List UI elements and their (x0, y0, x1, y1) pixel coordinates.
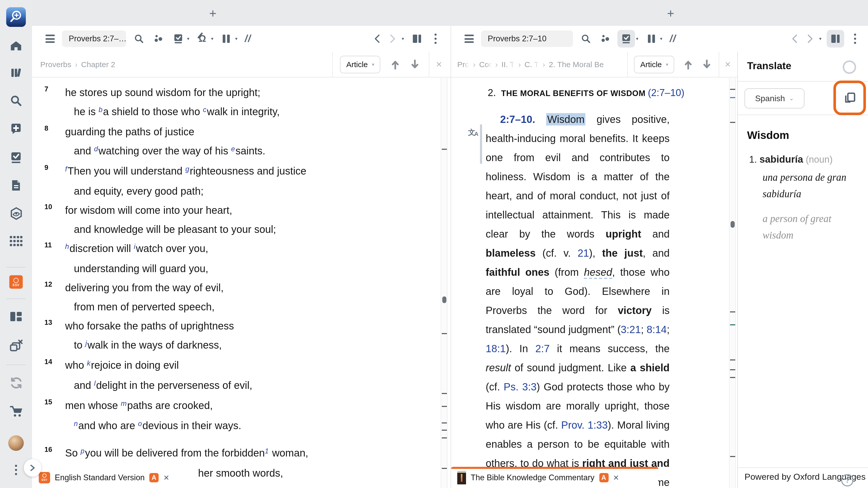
tab-bible-knowledge-commentary[interactable]: The Bible Knowledge Commentary A ✕ (451, 467, 658, 488)
footnote-marker[interactable]: k (87, 359, 91, 367)
back-icon[interactable] (787, 30, 803, 47)
next-article-icon[interactable] (407, 56, 423, 72)
esv-resource-icon[interactable]: ESV (0, 275, 32, 289)
layouts-icon[interactable] (0, 311, 32, 323)
scrollbar-thumb[interactable] (442, 296, 446, 303)
footnote-marker[interactable]: i (134, 243, 135, 251)
breadcrumb-item[interactable]: Pro (457, 60, 469, 69)
close-tab-icon[interactable]: ✕ (163, 473, 169, 482)
footnote-marker[interactable]: j (86, 339, 87, 347)
breadcrumb[interactable]: Pro›Cor›II. T›C. T›2. The Moral Be (457, 60, 627, 69)
cart-icon[interactable] (0, 405, 32, 418)
tab-english-standard-version[interactable]: ESV English Standard Version A ✕ (33, 467, 198, 488)
home-icon[interactable] (0, 39, 32, 53)
close-all-panels-icon[interactable] (0, 339, 32, 353)
apps-grid-icon[interactable] (0, 235, 32, 247)
panel-menu-icon[interactable] (42, 30, 58, 47)
passage-guide-icon[interactable] (0, 151, 32, 164)
footnote-marker[interactable]: b (99, 106, 102, 113)
reference-link[interactable]: Ps. 3:3 (504, 381, 536, 392)
reference-link[interactable]: 21 (578, 247, 589, 259)
library-icon[interactable] (0, 66, 32, 79)
reference-link[interactable]: (2:7–10) (648, 87, 685, 98)
search-icon[interactable] (131, 30, 147, 47)
history-caret-icon[interactable]: ▾ (819, 36, 822, 41)
visual-filters-caret-icon[interactable]: ▾ (187, 36, 189, 41)
breadcrumb-item[interactable]: 2. The Moral Be (549, 60, 604, 69)
visual-filters-caret-icon[interactable]: ▾ (636, 36, 638, 41)
close-tab-icon[interactable]: ✕ (613, 473, 619, 482)
footnote-marker[interactable]: o (138, 420, 142, 428)
footnote-marker[interactable]: e (231, 145, 235, 153)
translate-margin-icon[interactable]: 文A (468, 128, 479, 137)
breadcrumb-item[interactable]: Chapter 2 (81, 60, 115, 69)
parallel-resources-icon[interactable]: // (245, 33, 251, 44)
bible-scrollbar[interactable] (441, 78, 447, 488)
forward-icon[interactable] (803, 30, 818, 47)
footnote-marker[interactable]: h (65, 243, 69, 251)
footnote-marker[interactable]: p (81, 447, 85, 455)
language-dropdown[interactable]: Spanish⌄ (745, 88, 804, 108)
expand-sidebar-button[interactable] (24, 459, 41, 477)
scrollbar-thumb[interactable] (731, 221, 735, 228)
visual-filters-icon[interactable] (170, 30, 186, 47)
columns-caret-icon[interactable]: ▾ (660, 36, 662, 41)
selected-word[interactable]: Wisdom (546, 113, 585, 126)
morphology-filter-icon[interactable]: Ω (194, 30, 210, 47)
breadcrumb-item[interactable]: II. T (501, 60, 515, 69)
next-article-icon[interactable] (699, 56, 715, 72)
reference-box[interactable]: Proverbs 2:7–… (62, 30, 126, 47)
panel-layout-icon[interactable] (409, 30, 425, 47)
forward-icon[interactable] (385, 30, 401, 47)
search-icon[interactable] (578, 30, 594, 47)
panel-more-options-icon[interactable] (847, 30, 863, 47)
columns-icon[interactable] (219, 30, 234, 47)
new-tab-button[interactable]: + (667, 6, 674, 21)
reference-link[interactable]: 3:21 (621, 324, 641, 335)
morphology-caret-icon[interactable]: ▾ (211, 36, 213, 41)
reference-link[interactable]: 18:1 (486, 343, 506, 354)
footnote-marker[interactable]: n (74, 420, 78, 428)
reference-box[interactable]: Proverbs 2:7–10 (481, 30, 573, 47)
article-dropdown[interactable]: Article▾ (340, 56, 380, 73)
previous-article-icon[interactable] (681, 56, 696, 72)
close-locator-icon[interactable]: ✕ (436, 60, 442, 69)
community-icon[interactable] (151, 30, 166, 47)
columns-icon[interactable] (644, 30, 659, 47)
factbook-icon[interactable] (0, 206, 32, 221)
panel-menu-icon[interactable] (461, 30, 477, 47)
panel-more-options-icon[interactable] (428, 30, 443, 47)
footnote-marker[interactable]: g (185, 165, 189, 173)
parallel-resources-icon[interactable]: // (670, 33, 676, 44)
panel-layout-icon-active[interactable] (827, 30, 844, 47)
community-icon[interactable] (598, 30, 613, 47)
reference-link[interactable]: Prov. 1:33 (561, 419, 608, 431)
footnote-marker[interactable]: d (94, 145, 98, 153)
visual-filters-icon-active[interactable] (617, 30, 635, 47)
breadcrumb-item[interactable]: C. T (524, 60, 539, 69)
footnote-marker[interactable]: m (121, 400, 127, 408)
user-avatar[interactable] (0, 435, 32, 451)
logos-app-logo-icon[interactable] (0, 7, 32, 27)
footnote-marker[interactable]: l (94, 380, 96, 387)
previous-article-icon[interactable] (388, 56, 403, 72)
search-icon[interactable] (0, 94, 32, 107)
breadcrumb[interactable]: Proverbs›Chapter 2 (40, 60, 332, 69)
reference-link[interactable]: 8:14 (647, 324, 667, 335)
copy-button-highlight-ring[interactable] (833, 80, 866, 115)
help-icon[interactable]: ? (841, 474, 854, 486)
sync-icon[interactable] (0, 376, 32, 390)
back-icon[interactable] (370, 30, 385, 47)
footnote-marker[interactable]: f (65, 165, 67, 173)
bible-study-icon[interactable] (0, 122, 32, 135)
columns-caret-icon[interactable]: ▾ (235, 36, 238, 41)
documents-icon[interactable] (0, 179, 32, 192)
breadcrumb-item[interactable]: Proverbs (40, 60, 71, 69)
article-dropdown[interactable]: Article▾ (634, 56, 674, 73)
footnote-marker[interactable]: 1 (265, 447, 269, 455)
new-tab-button[interactable]: + (209, 6, 216, 21)
history-caret-icon[interactable]: ▾ (402, 36, 404, 41)
reference-link[interactable]: 2:7–10. (500, 113, 546, 125)
commentary-scrollbar[interactable] (729, 78, 736, 488)
close-locator-icon[interactable]: ✕ (724, 60, 731, 69)
